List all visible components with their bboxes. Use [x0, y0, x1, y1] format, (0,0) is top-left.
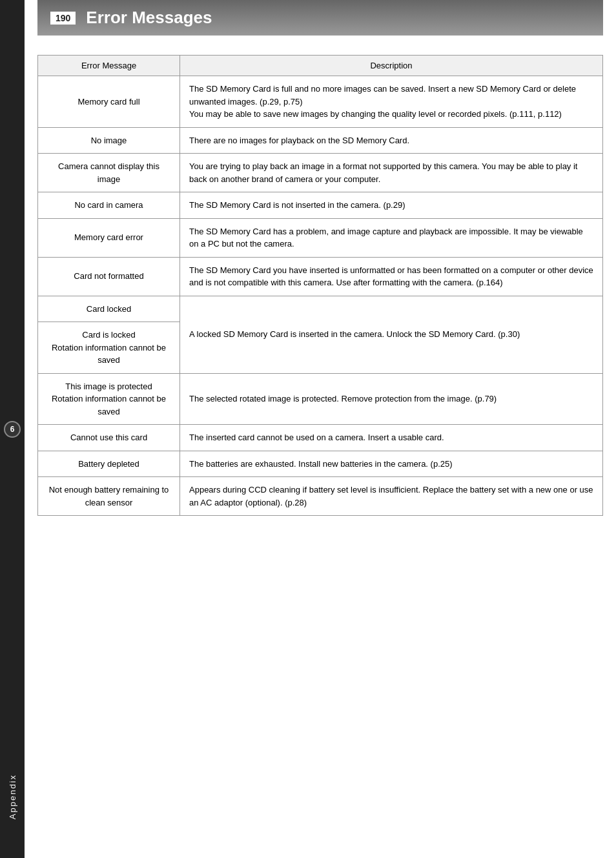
description-cell: Appears during CCD cleaning if battery s… — [180, 477, 603, 516]
table-row: No card in cameraThe SD Memory Card is n… — [38, 192, 603, 219]
page-number: 190 — [50, 12, 76, 25]
error-cell: Memory card full — [38, 76, 180, 128]
table-row: Battery depletedThe batteries are exhaus… — [38, 451, 603, 477]
table-row: Cannot use this cardThe inserted card ca… — [38, 425, 603, 451]
error-cell: Card not formatted — [38, 257, 180, 296]
error-messages-table: Error Message Description Memory card fu… — [37, 55, 603, 516]
error-cell: This image is protected Rotation informa… — [38, 373, 180, 425]
table-row: Memory card errorThe SD Memory Card has … — [38, 218, 603, 257]
content-area: 190 Error Messages Error Message Descrip… — [25, 0, 616, 542]
description-cell: A locked SD Memory Card is inserted in t… — [180, 296, 603, 373]
description-cell: You are trying to play back an image in … — [180, 154, 603, 192]
error-cell: Battery depleted — [38, 451, 180, 477]
error-cell: No image — [38, 127, 180, 154]
description-cell: The inserted card cannot be used on a ca… — [180, 425, 603, 451]
chapter-number: 6 — [4, 421, 21, 438]
description-cell: The SD Memory Card has a problem, and im… — [180, 218, 603, 257]
error-cell: Cannot use this card — [38, 425, 180, 451]
description-cell: The SD Memory Card is full and no more i… — [180, 76, 603, 128]
table-row: Not enough battery remaining to clean se… — [38, 477, 603, 516]
description-cell: The SD Memory Card you have inserted is … — [180, 257, 603, 296]
table-row: No imageThere are no images for playback… — [38, 127, 603, 154]
description-cell: The SD Memory Card is not inserted in th… — [180, 192, 603, 219]
description-cell: There are no images for playback on the … — [180, 127, 603, 154]
description-cell: The batteries are exhausted. Install new… — [180, 451, 603, 477]
col-header-description: Description — [180, 56, 603, 76]
table-row: Memory card fullThe SD Memory Card is fu… — [38, 76, 603, 128]
table-header-row: Error Message Description — [38, 56, 603, 76]
error-cell: Card is locked Rotation information cann… — [38, 322, 180, 374]
table-row: Camera cannot display this imageYou are … — [38, 154, 603, 192]
table-row: Card lockedA locked SD Memory Card is in… — [38, 296, 603, 322]
page-wrapper: 6 Appendix 190 Error Messages Error Mess… — [0, 0, 616, 858]
description-cell: The selected rotated image is protected.… — [180, 373, 603, 425]
chapter-label: Appendix — [8, 774, 17, 819]
col-header-error: Error Message — [38, 56, 180, 76]
error-cell: No card in camera — [38, 192, 180, 219]
table-row: This image is protected Rotation informa… — [38, 373, 603, 425]
error-cell: Not enough battery remaining to clean se… — [38, 477, 180, 516]
page-title: Error Messages — [86, 8, 212, 28]
error-cell: Camera cannot display this image — [38, 154, 180, 192]
page-header: 190 Error Messages — [37, 0, 603, 36]
error-cell: Memory card error — [38, 218, 180, 257]
table-row: Card not formattedThe SD Memory Card you… — [38, 257, 603, 296]
error-cell: Card locked — [38, 296, 180, 322]
side-tab: 6 Appendix — [0, 0, 25, 858]
